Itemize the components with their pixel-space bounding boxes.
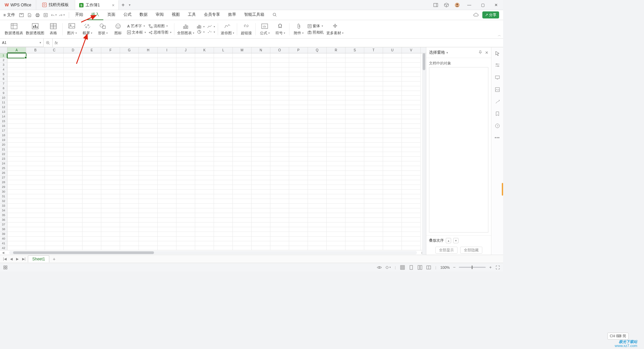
cell[interactable] bbox=[176, 199, 195, 204]
cell[interactable] bbox=[101, 143, 120, 147]
cell[interactable] bbox=[26, 176, 45, 180]
cell[interactable] bbox=[402, 91, 421, 96]
cell[interactable] bbox=[45, 227, 64, 232]
cell[interactable] bbox=[402, 232, 421, 237]
cell[interactable] bbox=[252, 147, 270, 152]
cell[interactable] bbox=[45, 157, 64, 161]
cell[interactable] bbox=[195, 208, 214, 213]
file-menu-button[interactable]: ≡ 文件 bbox=[2, 12, 16, 18]
cell[interactable] bbox=[7, 204, 26, 208]
cell[interactable] bbox=[45, 232, 64, 237]
cell[interactable] bbox=[252, 166, 270, 171]
cell[interactable] bbox=[289, 166, 308, 171]
cell[interactable] bbox=[233, 91, 252, 96]
cell[interactable] bbox=[214, 208, 233, 213]
cell[interactable] bbox=[158, 53, 176, 58]
cell[interactable] bbox=[402, 152, 421, 157]
cell[interactable] bbox=[64, 86, 83, 91]
cell[interactable] bbox=[345, 147, 364, 152]
panel-icon[interactable] bbox=[433, 2, 439, 8]
cell[interactable] bbox=[364, 176, 383, 180]
cell[interactable] bbox=[308, 166, 327, 171]
row-header[interactable]: 32 bbox=[0, 199, 7, 204]
cell[interactable] bbox=[158, 133, 176, 138]
cell[interactable] bbox=[195, 67, 214, 72]
cell[interactable] bbox=[176, 105, 195, 110]
cell[interactable] bbox=[45, 222, 64, 227]
cell[interactable] bbox=[64, 232, 83, 237]
cell[interactable] bbox=[64, 138, 83, 143]
cell[interactable] bbox=[289, 227, 308, 232]
cell[interactable] bbox=[139, 185, 158, 190]
cell[interactable] bbox=[7, 105, 26, 110]
cell[interactable] bbox=[308, 129, 327, 133]
cell[interactable] bbox=[158, 199, 176, 204]
cell[interactable] bbox=[345, 157, 364, 161]
cell[interactable] bbox=[214, 100, 233, 105]
cell[interactable] bbox=[7, 232, 26, 237]
cell[interactable] bbox=[139, 180, 158, 185]
cell[interactable] bbox=[120, 91, 139, 96]
cell[interactable] bbox=[139, 237, 158, 241]
more-assets-button[interactable]: 更多素材 bbox=[326, 23, 343, 36]
cell[interactable] bbox=[214, 114, 233, 119]
cell[interactable] bbox=[289, 218, 308, 222]
cell[interactable] bbox=[26, 129, 45, 133]
undo-button[interactable] bbox=[51, 12, 57, 18]
tab-wps-home[interactable]: W WPS Office bbox=[0, 0, 36, 10]
cell[interactable] bbox=[402, 171, 421, 176]
cell[interactable] bbox=[26, 218, 45, 222]
cell[interactable] bbox=[64, 190, 83, 194]
cell[interactable] bbox=[64, 176, 83, 180]
cell[interactable] bbox=[345, 63, 364, 67]
cell[interactable] bbox=[327, 171, 345, 176]
cell[interactable] bbox=[139, 190, 158, 194]
cell[interactable] bbox=[252, 105, 270, 110]
cell[interactable] bbox=[327, 237, 345, 241]
cell[interactable] bbox=[327, 91, 345, 96]
cell[interactable] bbox=[26, 166, 45, 171]
cell[interactable] bbox=[139, 96, 158, 100]
cell[interactable] bbox=[214, 58, 233, 63]
cell[interactable] bbox=[45, 246, 64, 250]
row-header[interactable]: 31 bbox=[0, 194, 7, 199]
cell[interactable] bbox=[402, 204, 421, 208]
cell[interactable] bbox=[364, 133, 383, 138]
cell[interactable] bbox=[101, 176, 120, 180]
cell[interactable] bbox=[252, 82, 270, 86]
cell[interactable] bbox=[327, 100, 345, 105]
cell[interactable] bbox=[402, 213, 421, 218]
cell[interactable] bbox=[139, 218, 158, 222]
cell[interactable] bbox=[45, 129, 64, 133]
row-header[interactable]: 34 bbox=[0, 208, 7, 213]
cell[interactable] bbox=[83, 96, 101, 100]
cell[interactable] bbox=[139, 204, 158, 208]
cell[interactable] bbox=[45, 199, 64, 204]
cell[interactable] bbox=[158, 63, 176, 67]
table-button[interactable]: 表格 bbox=[47, 23, 60, 36]
cell[interactable] bbox=[139, 91, 158, 96]
cell[interactable] bbox=[233, 222, 252, 227]
cell[interactable] bbox=[214, 91, 233, 96]
cell[interactable] bbox=[83, 157, 101, 161]
cell[interactable] bbox=[402, 246, 421, 250]
cell[interactable] bbox=[289, 246, 308, 250]
cell[interactable] bbox=[7, 77, 26, 82]
row-header[interactable]: 38 bbox=[0, 227, 7, 232]
flowchart-button[interactable]: 流程图 bbox=[149, 23, 171, 29]
cell[interactable] bbox=[364, 246, 383, 250]
cell[interactable] bbox=[195, 241, 214, 246]
cell[interactable] bbox=[64, 143, 83, 147]
cell[interactable] bbox=[45, 77, 64, 82]
cell[interactable] bbox=[195, 100, 214, 105]
cell[interactable] bbox=[345, 171, 364, 176]
cell[interactable] bbox=[252, 227, 270, 232]
cell[interactable] bbox=[64, 100, 83, 105]
cell[interactable] bbox=[176, 143, 195, 147]
cell[interactable] bbox=[270, 143, 289, 147]
cell[interactable] bbox=[158, 138, 176, 143]
cell[interactable] bbox=[289, 199, 308, 204]
cell[interactable] bbox=[26, 114, 45, 119]
cell[interactable] bbox=[7, 147, 26, 152]
cell[interactable] bbox=[214, 82, 233, 86]
